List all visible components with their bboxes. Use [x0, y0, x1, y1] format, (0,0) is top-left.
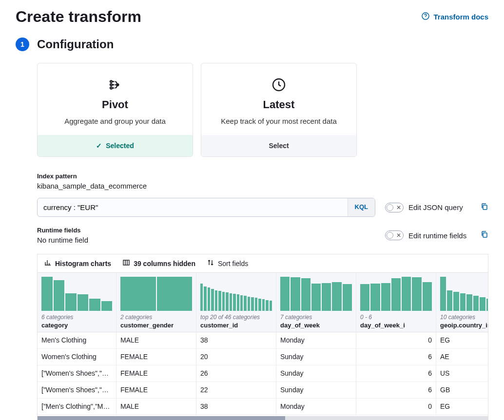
- column-name: category: [41, 322, 112, 329]
- bar-chart-icon: [44, 259, 51, 267]
- horizontal-scrollbar[interactable]: [38, 416, 488, 420]
- column-geoip.country_iso_: 10 categoriesgeoip.country_iso_EGAEUSGBE…: [436, 273, 488, 415]
- column-day_of_week: 7 categoriesday_of_weekMondaySundaySunda…: [276, 273, 356, 415]
- svg-point-3: [110, 87, 112, 89]
- cell[interactable]: FEMALE: [116, 365, 196, 382]
- cell[interactable]: Sunday: [276, 349, 356, 365]
- latest-title: Latest: [211, 98, 347, 111]
- step-title: Configuration: [37, 38, 114, 51]
- pivot-footer: ✓ Selected: [38, 135, 193, 156]
- histogram: [280, 277, 352, 311]
- cell[interactable]: GB: [436, 382, 488, 399]
- column-day_of_week_i: 0 - 6day_of_week_i06660: [356, 273, 436, 415]
- sort-icon: [207, 259, 214, 267]
- sort-fields-button[interactable]: Sort fields: [207, 259, 248, 267]
- latest-footer: Select: [201, 135, 356, 156]
- column-name: geoip.country_iso_: [440, 322, 488, 329]
- cell[interactable]: 20: [196, 349, 276, 365]
- cell[interactable]: EG: [436, 332, 488, 349]
- pivot-card[interactable]: Pivot Aggregate and group your data ✓ Se…: [37, 63, 193, 157]
- cell[interactable]: Monday: [276, 332, 356, 349]
- histogram: [41, 277, 112, 311]
- edit-runtime-label: Edit runtime fields: [408, 231, 466, 240]
- transform-docs-link[interactable]: Transform docs: [422, 12, 488, 21]
- column-name: customer_gender: [120, 322, 192, 329]
- column-header[interactable]: 10 categoriesgeoip.country_iso_: [436, 273, 488, 332]
- cell[interactable]: ["Women's Shoes","Wom...: [38, 365, 116, 382]
- cell[interactable]: ["Men's Clothing","Men's ...: [38, 399, 116, 415]
- column-name: customer_id: [200, 322, 272, 329]
- check-icon: ✓: [96, 142, 102, 150]
- histogram: [360, 277, 432, 311]
- columns-icon: [123, 259, 130, 267]
- histogram-label: 6 categories: [41, 314, 112, 321]
- cell[interactable]: Men's Clothing: [38, 332, 116, 349]
- histogram: [200, 277, 272, 311]
- column-header[interactable]: 6 categoriescategory: [38, 273, 116, 332]
- edit-json-label: Edit JSON query: [408, 203, 463, 211]
- column-name: day_of_week_i: [360, 322, 432, 329]
- edit-json-toggle[interactable]: ✕: [385, 203, 404, 212]
- copy-runtime-icon[interactable]: [481, 230, 488, 240]
- svg-rect-7: [123, 260, 129, 265]
- cell[interactable]: FEMALE: [116, 349, 196, 365]
- column-header[interactable]: 7 categoriesday_of_week: [276, 273, 356, 332]
- pivot-icon: [47, 77, 183, 93]
- column-customer_id: top 20 of 46 categoriescustomer_id382026…: [196, 273, 276, 415]
- cell[interactable]: 6: [356, 365, 436, 382]
- histogram: [120, 277, 192, 311]
- query-field[interactable]: KQL: [37, 198, 375, 217]
- pivot-desc: Aggregate and group your data: [47, 117, 183, 125]
- cell[interactable]: FEMALE: [116, 382, 196, 399]
- column-header[interactable]: 2 categoriescustomer_gender: [116, 273, 196, 332]
- svg-point-1: [110, 80, 112, 82]
- query-input[interactable]: [38, 198, 348, 216]
- cell[interactable]: Monday: [276, 399, 356, 415]
- histogram-label: top 20 of 46 categories: [200, 314, 272, 321]
- cell[interactable]: US: [436, 365, 488, 382]
- cell[interactable]: MALE: [116, 332, 196, 349]
- cell[interactable]: Women's Clothing: [38, 349, 116, 365]
- column-customer_gender: 2 categoriescustomer_genderMALEFEMALEFEM…: [116, 273, 196, 415]
- histogram-charts-button[interactable]: Histogram charts: [44, 259, 111, 267]
- latest-desc: Keep track of your most recent data: [211, 117, 347, 125]
- cell[interactable]: EG: [436, 399, 488, 415]
- cell[interactable]: 0: [356, 399, 436, 415]
- column-header[interactable]: 0 - 6day_of_week_i: [356, 273, 436, 332]
- cell[interactable]: 0: [356, 332, 436, 349]
- close-icon: ✕: [396, 232, 401, 239]
- cell[interactable]: Sunday: [276, 382, 356, 399]
- cell[interactable]: 6: [356, 349, 436, 365]
- cell[interactable]: ["Women's Shoes","Wom...: [38, 382, 116, 399]
- cell[interactable]: 22: [196, 382, 276, 399]
- latest-card[interactable]: Latest Keep track of your most recent da…: [201, 63, 357, 157]
- edit-runtime-toggle[interactable]: ✕: [385, 230, 404, 240]
- clock-icon: [211, 77, 347, 93]
- svg-rect-6: [483, 233, 487, 237]
- cell[interactable]: 6: [356, 382, 436, 399]
- svg-rect-5: [483, 205, 487, 210]
- column-header[interactable]: top 20 of 46 categoriescustomer_id: [196, 273, 276, 332]
- cell[interactable]: Sunday: [276, 365, 356, 382]
- index-pattern-label: Index pattern: [37, 172, 488, 180]
- histogram: [440, 277, 488, 311]
- column-name: day_of_week: [280, 322, 352, 329]
- docs-link-label: Transform docs: [433, 13, 488, 21]
- help-icon: [422, 12, 429, 21]
- close-icon: ✕: [396, 204, 401, 211]
- pivot-title: Pivot: [47, 98, 183, 111]
- cell[interactable]: AE: [436, 349, 488, 365]
- column-category: 6 categoriescategoryMen's ClothingWomen'…: [38, 273, 116, 415]
- cell[interactable]: MALE: [116, 399, 196, 415]
- histogram-label: 7 categories: [280, 314, 352, 321]
- columns-hidden-button[interactable]: 39 columns hidden: [123, 259, 195, 267]
- kql-badge[interactable]: KQL: [348, 198, 375, 216]
- cell[interactable]: 26: [196, 365, 276, 382]
- histogram-label: 2 categories: [120, 314, 192, 321]
- index-pattern-value: kibana_sample_data_ecommerce: [37, 182, 488, 190]
- copy-json-icon[interactable]: [481, 203, 488, 212]
- svg-point-2: [110, 84, 112, 86]
- runtime-value: No runtime field: [37, 236, 375, 244]
- cell[interactable]: 38: [196, 332, 276, 349]
- cell[interactable]: 38: [196, 399, 276, 415]
